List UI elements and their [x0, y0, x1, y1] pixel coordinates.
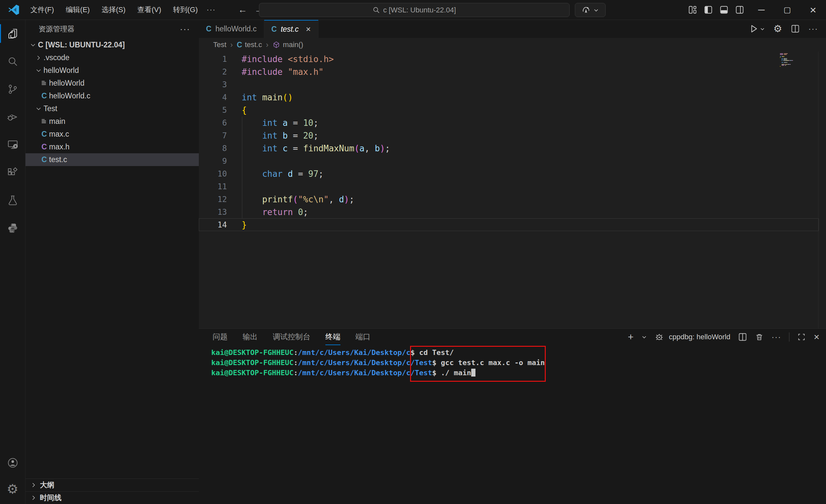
- tree-item-c-wsl-ubuntu-22.04-[interactable]: C [WSL: UBUNTU-22.04]: [25, 39, 199, 51]
- close-panel-icon[interactable]: ×: [814, 332, 819, 342]
- breadcrumb-test.c[interactable]: Ctest.c: [237, 41, 262, 49]
- activity-run-debug-icon[interactable]: [0, 103, 25, 131]
- activity-explorer-icon[interactable]: [0, 20, 25, 47]
- file-tree: C [WSL: UBUNTU-22.04].vscodehelloWorldhe…: [25, 39, 199, 166]
- code-line-6[interactable]: 6 int a = 10;: [199, 116, 826, 129]
- code-editor[interactable]: 1#include <stdio.h>2#include "max.h"34in…: [199, 52, 826, 328]
- sidebar-header: 资源管理器 ···: [25, 20, 199, 39]
- line-number: 10: [199, 169, 227, 179]
- panel-tab-调试控制台[interactable]: 调试控制台: [273, 329, 310, 345]
- copilot-button[interactable]: [575, 3, 606, 17]
- line-number: 14: [199, 220, 227, 230]
- chevron-down-icon: [760, 26, 765, 32]
- copilot-icon: [582, 6, 590, 14]
- c-file-icon: C: [39, 155, 49, 164]
- back-arrow-icon[interactable]: ←: [238, 5, 247, 15]
- breadcrumb-main[interactable]: main(): [273, 41, 303, 49]
- panel-tab-输出[interactable]: 输出: [243, 329, 258, 345]
- explorer-more-actions-icon[interactable]: ···: [180, 24, 190, 34]
- command-center-search[interactable]: c [WSL: Ubuntu-22.04]: [259, 3, 570, 17]
- maximize-panel-icon[interactable]: [797, 333, 806, 341]
- minimap[interactable]: [780, 53, 793, 67]
- tree-item-helloworld[interactable]: helloWorld: [25, 64, 199, 77]
- code-line-7[interactable]: 7 int b = 20;: [199, 129, 826, 142]
- terminal-cursor: [471, 369, 475, 377]
- code-line-3[interactable]: 3: [199, 78, 826, 91]
- settings-gear-icon[interactable]: ⚙: [773, 24, 782, 34]
- menu-overflow-button[interactable]: ···: [203, 3, 220, 16]
- terminal-line: kai@DESKTOP-FGHHEUC:/mnt/c/Users/Kai/Des…: [211, 348, 826, 358]
- code-line-9[interactable]: 9: [199, 154, 826, 167]
- panel-toolbar: + cppdbg: helloWorld ···: [628, 332, 819, 342]
- menu-bar: 文件(F)编辑(E)选择(S)查看(V)转到(G): [25, 3, 203, 17]
- tree-item-test.c[interactable]: Ctest.c: [25, 153, 199, 166]
- menu-goto[interactable]: 转到(G): [168, 3, 203, 17]
- maximize-button[interactable]: ▢: [774, 0, 800, 20]
- tree-item-main[interactable]: main: [25, 115, 199, 128]
- tree-item-.vscode[interactable]: .vscode: [25, 51, 199, 64]
- code-line-4[interactable]: 4int main(): [199, 91, 826, 104]
- close-tab-icon[interactable]: ×: [306, 24, 311, 34]
- code-line-13[interactable]: 13 return 0;: [199, 205, 826, 218]
- code-line-5[interactable]: 5{: [199, 104, 826, 116]
- kill-terminal-trash-icon[interactable]: [755, 333, 764, 341]
- code-line-2[interactable]: 2#include "max.h": [199, 65, 826, 78]
- terminal-dropdown-icon[interactable]: [642, 334, 647, 339]
- toggle-sidebar-icon[interactable]: [704, 5, 713, 14]
- customize-layout-icon[interactable]: [688, 5, 697, 14]
- chevron-down-icon: [28, 42, 38, 49]
- terminal[interactable]: kai@DESKTOP-FGHHEUC:/mnt/c/Users/Kai/Des…: [199, 345, 826, 504]
- tab-helloWorld.c[interactable]: ChelloWorld.c: [199, 20, 264, 38]
- sidebar-bottom-sections: 大纲时间线: [25, 479, 199, 504]
- activity-search-icon[interactable]: [0, 47, 25, 75]
- close-button[interactable]: ×: [800, 0, 826, 20]
- code-line-11[interactable]: 11: [199, 180, 826, 193]
- menu-edit[interactable]: 编辑(E): [61, 3, 95, 17]
- menu-selection[interactable]: 选择(S): [97, 3, 130, 17]
- new-terminal-button[interactable]: +: [628, 332, 634, 342]
- line-number: 5: [199, 106, 227, 115]
- terminal-line: kai@DESKTOP-FGHHEUC:/mnt/c/Users/Kai/Des…: [211, 368, 826, 378]
- tree-item-max.h[interactable]: Cmax.h: [25, 140, 199, 153]
- code-line-12[interactable]: 12 printf("%c\n", d);: [199, 193, 826, 205]
- panel-tab-端口[interactable]: 端口: [355, 329, 370, 345]
- activity-remote-explorer-icon[interactable]: [0, 131, 25, 159]
- split-editor-icon[interactable]: [791, 24, 800, 33]
- tree-item-helloworld.c[interactable]: ChelloWorld.c: [25, 89, 199, 102]
- tree-item-test[interactable]: Test: [25, 102, 199, 115]
- minimize-button[interactable]: ─: [749, 0, 774, 20]
- activity-python-icon[interactable]: [0, 214, 25, 242]
- panel-more-actions-icon[interactable]: ···: [771, 332, 781, 341]
- account-icon[interactable]: [0, 450, 25, 476]
- section-时间线[interactable]: 时间线: [25, 491, 199, 504]
- chevron-right-icon: [30, 494, 37, 501]
- activity-source-control-icon[interactable]: [0, 75, 25, 103]
- run-button[interactable]: [749, 24, 765, 34]
- editor-group: ChelloWorld.cCtest.c× ⚙ ··· Test›Ctest.c…: [199, 20, 826, 504]
- tree-item-helloworld[interactable]: helloWorld: [25, 77, 199, 89]
- panel-tab-问题[interactable]: 问题: [213, 329, 228, 345]
- code-line-14[interactable]: 14}: [199, 218, 826, 231]
- more-actions-icon[interactable]: ···: [808, 24, 818, 33]
- code-line-8[interactable]: 8 int c = findMaxNum(a, b);: [199, 142, 826, 154]
- section-大纲[interactable]: 大纲: [25, 479, 199, 491]
- panel-tabs: 问题输出调试控制台终端端口: [213, 329, 370, 345]
- activity-testing-icon[interactable]: [0, 186, 25, 214]
- menu-view[interactable]: 查看(V): [132, 3, 166, 17]
- code-line-1[interactable]: 1#include <stdio.h>: [199, 53, 826, 65]
- split-panel-icon[interactable]: [738, 332, 747, 341]
- activity-extensions-icon[interactable]: [0, 159, 25, 186]
- toggle-secondary-sidebar-icon[interactable]: [735, 5, 744, 14]
- c-file-icon: C: [237, 41, 242, 49]
- chevron-down-icon: [593, 7, 599, 13]
- tree-item-max.c[interactable]: Cmax.c: [25, 128, 199, 140]
- tab-test.c[interactable]: Ctest.c×: [264, 20, 318, 38]
- settings-gear-icon[interactable]: ⚙: [0, 476, 25, 502]
- toggle-panel-icon[interactable]: [719, 5, 728, 14]
- panel-tab-终端[interactable]: 终端: [326, 329, 340, 345]
- code-line-10[interactable]: 10 char d = 97;: [199, 167, 826, 180]
- debug-session-label[interactable]: cppdbg: helloWorld: [669, 333, 730, 341]
- menu-file[interactable]: 文件(F): [25, 3, 59, 17]
- line-number: 8: [199, 144, 227, 153]
- breadcrumb-Test[interactable]: Test: [213, 41, 226, 49]
